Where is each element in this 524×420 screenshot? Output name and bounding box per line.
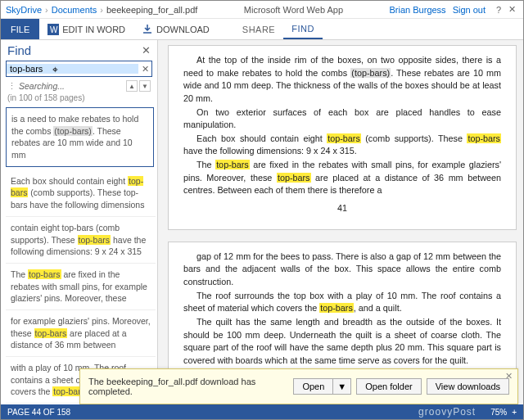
- find-title: Find: [7, 43, 31, 57]
- breadcrumb-folder[interactable]: Documents: [52, 5, 97, 15]
- find-tab[interactable]: FIND: [283, 19, 323, 39]
- paragraph: Each box should contain eight top-bars (…: [183, 133, 501, 158]
- word-icon: W: [47, 24, 59, 35]
- status-bar: PAGE 44 OF 158 groovyPost 75% +: [1, 404, 523, 419]
- page: At the top of the inside rim of the boxe…: [168, 45, 517, 230]
- result-item[interactable]: Each box should contain eight top-bars (…: [6, 170, 156, 217]
- toolbar: FILE W EDIT IN WORD DOWNLOAD SHARE FIND: [1, 19, 523, 40]
- search-options-icon[interactable]: ⋮: [7, 81, 19, 91]
- chevron-right-icon: ›: [100, 5, 103, 15]
- app-title: Microsoft Word Web App: [197, 5, 389, 15]
- svg-text:W: W: [50, 25, 58, 34]
- sign-out-link[interactable]: Sign out: [453, 5, 486, 15]
- download-label: DOWNLOAD: [156, 25, 210, 34]
- breadcrumb-root[interactable]: SkyDrive: [6, 5, 42, 15]
- document-view[interactable]: At the top of the inside rim of the boxe…: [158, 40, 523, 404]
- result-count: (in 100 of 158 pages): [1, 93, 157, 106]
- page-number: 41: [183, 202, 501, 215]
- open-split-button: Open ▼: [293, 378, 351, 395]
- download-message: The beekeeping_for_all.pdf download has …: [88, 377, 293, 396]
- view-downloads-button[interactable]: View downloads: [427, 378, 509, 395]
- search-status: Searching...: [19, 81, 126, 91]
- next-result-icon[interactable]: ▼: [139, 80, 151, 92]
- zoom-in-icon[interactable]: +: [512, 408, 517, 417]
- close-notification-icon[interactable]: ✕: [505, 371, 513, 382]
- open-folder-button[interactable]: Open folder: [356, 378, 421, 395]
- file-tab[interactable]: FILE: [1, 19, 39, 39]
- paragraph: gap of 12 mm for the bees to pass. There…: [183, 251, 501, 289]
- breadcrumb-file: beekeeping_for_all.pdf: [106, 5, 197, 15]
- edit-in-word-button[interactable]: W EDIT IN WORD: [39, 19, 133, 39]
- result-item[interactable]: contain eight top-bars (comb supports). …: [6, 217, 156, 264]
- paragraph: The quilt has the same length and breadt…: [183, 316, 501, 368]
- share-tab[interactable]: SHARE: [234, 19, 283, 39]
- results-list[interactable]: is a need to make rebates to hold the co…: [1, 106, 157, 404]
- find-pane: Find ✕ ⌖ ✕ ⋮ Searching... ▲ ▼ (in 100 of…: [1, 40, 158, 404]
- help-icon[interactable]: ?: [492, 5, 505, 15]
- search-input[interactable]: [7, 64, 138, 74]
- result-item[interactable]: The top-bars are fixed in the rebates wi…: [6, 264, 156, 310]
- user-name[interactable]: Brian Burgess: [390, 5, 446, 15]
- prev-result-icon[interactable]: ▲: [126, 80, 138, 92]
- close-icon[interactable]: ✕: [505, 4, 518, 15]
- download-notification: The beekeeping_for_all.pdf download has …: [79, 368, 518, 404]
- page-indicator[interactable]: PAGE 44 OF 158: [7, 408, 418, 417]
- paragraph: The top-bars are fixed in the rebates wi…: [183, 159, 501, 197]
- open-button[interactable]: Open: [293, 378, 332, 395]
- paragraph: The roof surrounds the top box with a pl…: [183, 290, 501, 315]
- zoom-level[interactable]: 75%: [490, 408, 507, 417]
- edit-in-word-label: EDIT IN WORD: [62, 25, 125, 34]
- result-item[interactable]: is a need to make rebates to hold the co…: [6, 107, 154, 167]
- download-button[interactable]: DOWNLOAD: [133, 19, 218, 39]
- paragraph: On two exterior surfaces of each box are…: [183, 106, 501, 132]
- download-icon: [142, 24, 153, 35]
- open-dropdown-icon[interactable]: ▼: [332, 378, 351, 395]
- close-find-icon[interactable]: ✕: [142, 44, 151, 56]
- clear-search-icon[interactable]: ✕: [138, 64, 151, 75]
- paragraph: At the top of the inside rim of the boxe…: [183, 54, 501, 106]
- watermark: groovyPost: [418, 406, 476, 418]
- chevron-right-icon: ›: [45, 5, 48, 15]
- search-input-row: ⌖ ✕: [6, 61, 152, 77]
- title-bar: SkyDrive › Documents › beekeeping_for_al…: [1, 1, 523, 19]
- result-item[interactable]: for example glaziers' pins. Moreover, th…: [6, 310, 156, 357]
